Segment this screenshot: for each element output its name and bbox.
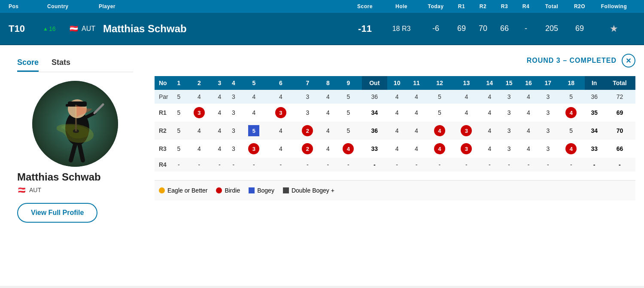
birdie-cell: 3	[186, 104, 213, 122]
tab-stats[interactable]: Stats	[52, 58, 70, 72]
score-cell: 4	[453, 104, 480, 122]
player-movement: ▲ 16	[43, 25, 69, 32]
birdie-icon	[216, 187, 222, 193]
birdie-cell: 4	[426, 140, 453, 158]
th-13: 13	[453, 76, 480, 90]
score-cell: 5	[172, 122, 186, 140]
score-cell: -	[604, 158, 635, 172]
scorecard-header-row: No 1 2 3 4 5 6 7 8 9 Out 10 11 12 13 14	[155, 76, 635, 90]
score-cell: 5	[172, 104, 186, 122]
svg-point-1	[65, 111, 89, 145]
th-14: 14	[480, 76, 499, 90]
birdie-cell: 3	[267, 104, 294, 122]
score-cell: 33	[585, 140, 604, 158]
legend-bogey: Bogey	[249, 187, 274, 194]
score-cell: -	[213, 158, 227, 172]
par-label-cell: Par	[155, 90, 172, 104]
score-cell: 3	[538, 122, 558, 140]
score-cell: 3	[227, 140, 241, 158]
detail-country-code: AUT	[29, 187, 41, 193]
score-cell: 4	[267, 140, 294, 158]
birdie-cell: 2	[294, 140, 321, 158]
score-cell: 5	[335, 104, 361, 122]
score-cell: 4	[387, 140, 407, 158]
player-name: Matthias Schwab	[103, 23, 348, 35]
svg-rect-3	[68, 101, 87, 107]
par-cell: 4	[267, 90, 294, 104]
tabs-container: Score Stats	[17, 58, 133, 72]
player-total: 205	[537, 24, 567, 33]
following-col: ★	[592, 23, 635, 34]
score-cell: 4	[480, 140, 499, 158]
par-cell: 4	[407, 90, 426, 104]
follow-star-icon[interactable]: ★	[610, 23, 618, 34]
th-18: 18	[558, 76, 584, 90]
score-cell: -	[480, 158, 499, 172]
score-cell: -	[362, 158, 387, 172]
th-no: No	[155, 76, 172, 90]
player-r3: 66	[494, 24, 515, 33]
close-button[interactable]: ✕	[622, 54, 635, 67]
score-cell: -	[172, 158, 186, 172]
th-out: Out	[362, 76, 387, 90]
svg-rect-4	[66, 104, 69, 107]
player-row: T10 ▲ 16 🇦🇹 AUT Matthias Schwab -11 18 R…	[0, 13, 644, 45]
player-detail-name: Matthias Schwab	[17, 171, 101, 183]
header-r3: R3	[494, 3, 515, 9]
birdie-score: 4	[565, 143, 577, 154]
tab-score[interactable]: Score	[17, 58, 39, 72]
th-2: 2	[186, 76, 213, 90]
birdie-cell: 4	[426, 122, 453, 140]
svg-line-5	[77, 113, 94, 122]
round-label: ROUND 3 – COMPLETED	[527, 57, 617, 64]
score-cell: -	[387, 158, 407, 172]
score-cell: -	[453, 158, 480, 172]
bogey-label: Bogey	[257, 187, 274, 194]
up-arrow-icon: ▲	[43, 26, 48, 32]
eagle-icon	[159, 187, 165, 193]
scorecard-row-r2: R2544354245364443434353470	[155, 122, 635, 140]
score-cell: 4	[213, 104, 227, 122]
par-cell: 3	[538, 90, 558, 104]
th-16: 16	[519, 76, 538, 90]
score-cell: 33	[362, 140, 387, 158]
bogey-cell: 5	[240, 122, 267, 140]
th-6: 6	[267, 76, 294, 90]
score-cell: 5	[172, 140, 186, 158]
scorecard-legend: Eagle or Better Birdie Bogey Double Boge…	[155, 180, 635, 200]
par-cell: 4	[186, 90, 213, 104]
round-label-cell: R3	[155, 140, 172, 158]
th-5: 5	[240, 76, 267, 90]
birdie-cell: 4	[335, 140, 361, 158]
score-cell: -	[519, 158, 538, 172]
score-cell: 4	[480, 122, 499, 140]
birdie-score: 4	[343, 143, 354, 154]
score-cell: 3	[499, 122, 519, 140]
header-r2: R2	[472, 3, 494, 9]
score-cell: -	[227, 158, 241, 172]
birdie-cell: 3	[240, 140, 267, 158]
double-bogey-icon	[283, 187, 289, 193]
score-cell: 3	[227, 122, 241, 140]
th-17: 17	[538, 76, 558, 90]
score-cell: 4	[213, 122, 227, 140]
player-country-flag: 🇦🇹 AUT	[69, 24, 103, 34]
score-cell: 4	[387, 122, 407, 140]
score-cell: -	[186, 158, 213, 172]
score-cell: 4	[321, 140, 335, 158]
view-full-profile-button[interactable]: View Full Profile	[17, 203, 97, 223]
birdie-cell: 4	[558, 140, 584, 158]
par-cell: 3	[294, 90, 321, 104]
header-today: Today	[421, 3, 451, 9]
par-cell: 4	[387, 90, 407, 104]
score-cell: 4	[267, 122, 294, 140]
score-cell: 4	[321, 122, 335, 140]
legend-double-bogey: Double Bogey +	[283, 187, 334, 194]
th-7: 7	[294, 76, 321, 90]
birdie-cell: 2	[294, 122, 321, 140]
birdie-score: 3	[248, 143, 259, 154]
player-today: -6	[421, 24, 451, 33]
par-cell: 3	[499, 90, 519, 104]
scorecard-par-row: Par544344345364454434353672	[155, 90, 635, 104]
round-header: ROUND 3 – COMPLETED ✕	[155, 54, 635, 67]
